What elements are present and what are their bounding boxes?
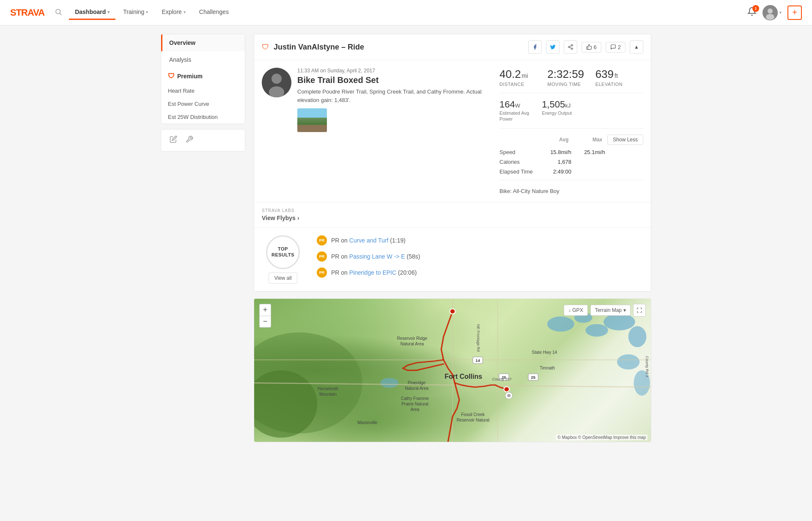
show-less-button[interactable]: Show Less (607, 135, 643, 145)
energy-label: Energy Output (542, 110, 572, 116)
search-icon[interactable] (55, 8, 62, 17)
activity-header-actions: 6 2 ▲ (528, 40, 643, 54)
collapse-button[interactable]: ▲ (630, 40, 643, 54)
elapsed-label: Elapsed Time (499, 168, 538, 175)
calories-label: Calories (499, 159, 538, 165)
pr-row-1: PR PR on Curve and Turf (1:19) (317, 235, 643, 245)
chevron-down-icon: ▾ (146, 10, 148, 14)
comments-count: 2 (618, 44, 621, 50)
gpx-download-button[interactable]: ↓ GPX (564, 305, 588, 316)
elevation-unit: ft (614, 72, 618, 79)
zoom-out-button[interactable]: − (259, 316, 271, 328)
nav-explore[interactable]: Explore ▾ (156, 5, 191, 20)
sidebar-item-overview[interactable]: Overview (161, 34, 245, 51)
stats-table-header-row: Avg Max Show Less (499, 135, 643, 145)
svg-line-9 (570, 46, 571, 47)
pr-link-3[interactable]: Pineridge to EPIC (349, 269, 396, 276)
activity-date: 11:33 AM on Sunday, April 2, 2017 (297, 68, 491, 74)
activity-info: 11:33 AM on Sunday, April 2, 2017 Bike T… (297, 68, 491, 194)
elevation-value: 639 (595, 68, 614, 81)
athlete-avatar (262, 68, 291, 97)
avatar (763, 5, 778, 20)
sidebar-item-analysis[interactable]: Analysis (161, 51, 245, 68)
activity-header-left: 🛡 Justin VanAlstyne – Ride (262, 43, 364, 52)
activity-description: Complete Poudre River Trail, Spring Cree… (297, 88, 491, 104)
energy-value: 1,505 (542, 99, 565, 110)
distance-unit: mi (522, 72, 528, 79)
nav-dashboard[interactable]: Dashboard ▾ (69, 5, 115, 20)
twitter-share-button[interactable] (546, 40, 560, 54)
nav-challenges[interactable]: Challenges (193, 5, 235, 20)
top-results-list: PR PR on Curve and Turf (1:19) PR PR on … (317, 235, 643, 278)
pr-text-2: PR on Passing Lane W -> E (58s) (331, 253, 420, 260)
settings-tool-button[interactable] (184, 134, 195, 147)
nav-training[interactable]: Training ▾ (117, 5, 154, 20)
svg-point-7 (571, 48, 573, 50)
chevron-down-icon: ▾ (623, 307, 626, 313)
stat-energy: 1,505kJ Energy Output (542, 99, 572, 122)
bike-info: Bike: All-City Nature Boy (499, 188, 643, 194)
sidebar-item-distribution[interactable]: Est 25W Distribution (161, 110, 245, 124)
kudos-count: 6 (594, 44, 597, 50)
map-top-controls: ↓ GPX Terrain Map ▾ (564, 304, 646, 317)
activity-card: 🛡 Justin VanAlstyne – Ride (254, 34, 651, 292)
sidebar-tools (161, 129, 245, 152)
edit-tool-button[interactable] (168, 134, 179, 147)
activity-left: 11:33 AM on Sunday, April 2, 2017 Bike T… (262, 68, 491, 194)
speed-label: Speed (499, 149, 538, 155)
facebook-share-button[interactable] (528, 40, 542, 54)
moving-time-value: 2:32:59 (547, 68, 584, 81)
add-activity-button[interactable]: + (787, 6, 802, 20)
nav-links: Dashboard ▾ Training ▾ Explore ▾ Challen… (69, 5, 747, 20)
svg-point-11 (272, 74, 282, 84)
sidebar-premium-header: 🛡 Premium (161, 68, 245, 84)
map-background (254, 299, 651, 442)
avg-power-value: 164 (499, 99, 515, 110)
stat-moving-time: 2:32:59 Moving Time (547, 68, 595, 87)
view-all-button[interactable]: View all (269, 273, 297, 284)
stats-divider (499, 180, 643, 180)
ride-type-icon: 🛡 (262, 43, 269, 52)
sidebar-item-power-curve[interactable]: Est Power Curve (161, 97, 245, 110)
kudos-button[interactable]: 6 (582, 42, 601, 52)
speed-max: 25.1mi/h (571, 149, 605, 155)
energy-unit: kJ (565, 102, 571, 109)
activity-photo (297, 108, 327, 132)
sidebar-item-heart-rate[interactable]: Heart Rate (161, 84, 245, 97)
trophy-ring: TOP RESULTS (266, 235, 300, 269)
share-button[interactable] (564, 40, 577, 54)
svg-point-5 (571, 44, 573, 46)
main-content: 🛡 Justin VanAlstyne – Ride (254, 34, 651, 442)
chevron-down-icon: ▾ (107, 10, 110, 14)
mountain-photo-image (297, 108, 327, 132)
fullscreen-button[interactable] (633, 304, 646, 317)
stats-calories-row: Calories 1,678 (499, 157, 643, 167)
sidebar-premium-section: 🛡 Premium Heart Rate Est Power Curve Est… (161, 68, 245, 124)
strava-labs-label: STRAVA LABS (262, 208, 299, 213)
stats-power-row: 164W Estimated AvgPower 1,505kJ Energy O… (499, 99, 643, 129)
moving-time-label: Moving Time (547, 82, 587, 87)
terrain-map-button[interactable]: Terrain Map ▾ (590, 305, 631, 316)
stats-top-row: 40.2mi Distance 2:32:59 Moving Time (499, 68, 643, 93)
nav-right-actions: 1 ▾ + (747, 5, 802, 20)
premium-shield-icon: 🛡 (168, 72, 175, 80)
pr-link-2[interactable]: Passing Lane W -> E (349, 253, 405, 260)
zoom-in-button[interactable]: + (259, 304, 271, 316)
pr-medal-1: PR (317, 235, 327, 245)
arrow-right-icon: › (297, 215, 299, 221)
stats-elapsed-row: Elapsed Time 2:49:00 (499, 167, 643, 176)
pr-link-1[interactable]: Curve and Turf (349, 237, 389, 244)
activity-stats: 40.2mi Distance 2:32:59 Moving Time (499, 68, 643, 194)
strava-labs-section: STRAVA LABS View Flybys › (254, 202, 651, 228)
svg-point-4 (766, 14, 774, 20)
user-avatar-button[interactable]: ▾ (763, 5, 782, 20)
col-avg-header: Avg (535, 137, 568, 143)
comments-button[interactable]: 2 (606, 42, 625, 52)
notifications-button[interactable]: 1 (747, 7, 757, 18)
map-container[interactable]: 14 25 25 Fort Collins Reservoir RidgeNat… (254, 299, 651, 442)
top-navigation: STRAVA Dashboard ▾ Training ▾ Explore ▾ … (0, 0, 812, 25)
col-max-header: Max (568, 137, 602, 143)
view-flybys-link[interactable]: View Flybys › (262, 215, 299, 221)
avg-power-unit: W (515, 102, 520, 109)
sidebar-main-section: Overview Analysis 🛡 Premium Heart Rate E… (161, 34, 245, 124)
